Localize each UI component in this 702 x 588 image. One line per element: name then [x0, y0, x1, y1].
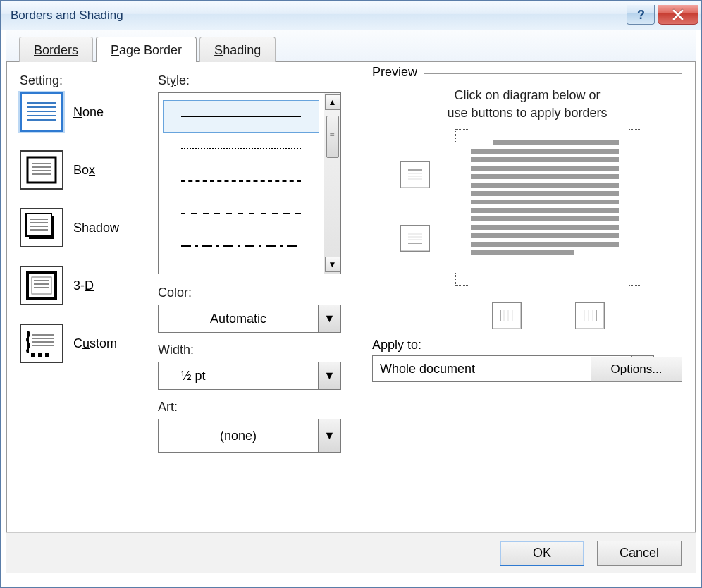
preview-diagram[interactable]: [400, 133, 668, 295]
setting-box-icon: [20, 150, 63, 190]
setting-3d-icon: [20, 266, 63, 305]
style-dash-dot[interactable]: [163, 230, 319, 262]
svg-rect-26: [31, 353, 35, 357]
svg-rect-36: [408, 243, 422, 244]
svg-rect-19: [34, 280, 49, 281]
label-setting: Setting:: [20, 73, 154, 88]
tab-shading[interactable]: Shading: [199, 37, 276, 62]
svg-rect-14: [30, 222, 48, 223]
width-sample-line: [218, 376, 296, 376]
svg-rect-28: [45, 353, 49, 357]
svg-rect-8: [32, 166, 51, 168]
style-dotted[interactable]: [163, 133, 319, 165]
setting-custom-icon: [20, 324, 63, 363]
dialog-borders-shading: Borders and Shading ? Borders Page Borde…: [0, 0, 702, 588]
style-solid[interactable]: [163, 100, 319, 133]
setting-3d[interactable]: 3-D: [20, 266, 154, 305]
svg-rect-27: [38, 353, 42, 357]
svg-text:?: ?: [637, 8, 645, 22]
svg-rect-15: [30, 226, 48, 227]
svg-rect-37: [500, 310, 501, 321]
ok-button[interactable]: OK: [500, 541, 584, 566]
panel-page-border: Setting: None Box: [6, 61, 696, 532]
scroll-down-icon[interactable]: ▼: [325, 257, 340, 272]
help-button[interactable]: ?: [627, 5, 655, 25]
dialog-footer: OK Cancel: [6, 532, 696, 573]
tab-strip: Borders Page Border Shading: [6, 30, 696, 61]
label-style: Style:: [158, 73, 355, 88]
svg-rect-21: [34, 287, 49, 288]
svg-rect-5: [27, 119, 56, 121]
setting-none[interactable]: None: [20, 92, 154, 132]
style-short-dash[interactable]: [163, 197, 319, 230]
setting-none-icon: [20, 92, 63, 132]
corner-marker-icon: [629, 273, 641, 286]
svg-rect-29: [408, 169, 422, 171]
preview-hint: Click on diagram below or use buttons to…: [393, 87, 661, 122]
svg-rect-9: [32, 170, 51, 171]
label-width: Width:: [158, 343, 355, 357]
scroll-thumb[interactable]: [326, 116, 339, 158]
border-top-button[interactable]: [400, 161, 430, 188]
border-left-button[interactable]: [492, 302, 522, 329]
svg-rect-12: [26, 214, 51, 236]
label-apply-to: Apply to:: [372, 338, 682, 353]
corner-marker-icon: [629, 129, 641, 142]
svg-rect-18: [32, 277, 51, 294]
chevron-down-icon[interactable]: ▼: [318, 305, 340, 332]
svg-rect-2: [27, 106, 56, 108]
label-color: Color:: [158, 286, 355, 300]
chevron-down-icon[interactable]: ▼: [318, 419, 340, 452]
svg-rect-44: [596, 310, 597, 321]
scroll-up-icon[interactable]: ▲: [325, 94, 340, 110]
style-dashed[interactable]: [163, 165, 319, 197]
label-preview: Preview: [372, 65, 424, 80]
preview-page-icon: [471, 140, 619, 267]
options-button[interactable]: Options...: [591, 357, 682, 382]
setting-shadow-icon: [20, 208, 63, 247]
style-scrollbar[interactable]: ▲ ▼: [324, 93, 340, 274]
svg-rect-24: [32, 341, 54, 343]
svg-rect-25: [32, 345, 54, 346]
svg-rect-23: [32, 338, 54, 339]
border-bottom-button[interactable]: [400, 225, 430, 252]
svg-rect-16: [30, 229, 48, 231]
tab-page-border[interactable]: Page Border: [96, 37, 197, 62]
svg-rect-13: [30, 219, 48, 220]
label-art: Art:: [158, 400, 355, 415]
setting-shadow[interactable]: Shadow: [20, 208, 154, 247]
svg-rect-22: [32, 334, 54, 336]
close-button[interactable]: [658, 5, 698, 25]
dialog-title: Borders and Shading: [11, 8, 123, 23]
svg-rect-4: [27, 115, 56, 116]
setting-custom[interactable]: Custom: [20, 324, 154, 363]
style-listbox[interactable]: ▲ ▼: [158, 92, 341, 274]
tab-borders[interactable]: Borders: [19, 37, 93, 62]
svg-rect-20: [34, 283, 49, 285]
svg-rect-10: [32, 173, 51, 175]
border-right-button[interactable]: [575, 302, 605, 329]
svg-rect-3: [27, 111, 56, 112]
cancel-button[interactable]: Cancel: [597, 541, 682, 566]
svg-rect-1: [27, 102, 56, 104]
color-dropdown[interactable]: Automatic ▼: [158, 305, 341, 333]
corner-marker-icon: [455, 273, 468, 286]
art-dropdown[interactable]: (none) ▼: [158, 419, 341, 453]
setting-box[interactable]: Box: [20, 150, 154, 190]
svg-rect-7: [32, 163, 51, 164]
titlebar: Borders and Shading ?: [1, 1, 701, 30]
corner-marker-icon: [455, 129, 468, 142]
chevron-down-icon[interactable]: ▼: [318, 362, 340, 389]
width-dropdown[interactable]: ½ pt ▼: [158, 362, 341, 390]
